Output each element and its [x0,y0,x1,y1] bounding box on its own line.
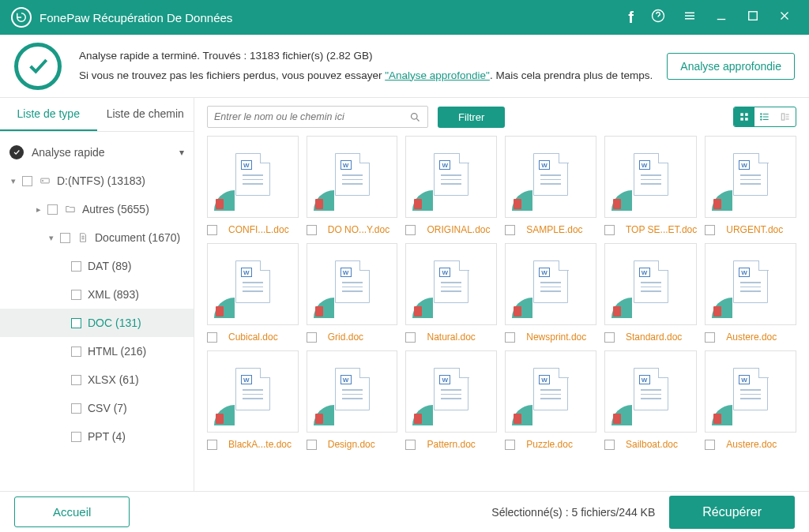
checkbox[interactable] [22,176,32,186]
file-cell[interactable]: WNewsprint.doc [505,243,596,343]
checkbox[interactable] [705,225,715,235]
checkbox[interactable] [405,332,416,343]
tree-dat[interactable]: DAT (89) [0,252,194,280]
filter-button[interactable]: Filtrer [438,107,505,128]
file-cell[interactable]: WPattern.doc [405,350,497,450]
scan-summary: Analyse rapide a terminé. Trouvés : 1318… [79,47,653,66]
tab-type-list[interactable]: Liste de type [0,98,97,131]
checkbox[interactable] [604,225,615,235]
file-name: Pattern.doc [427,439,475,450]
checkbox[interactable] [71,261,81,272]
checkbox[interactable] [207,332,217,343]
app-logo-icon [11,7,32,28]
file-name: Grid.doc [328,332,363,343]
checkbox[interactable] [307,225,317,235]
tree-doc[interactable]: DOC (131) [0,309,194,337]
tree-html[interactable]: HTML (216) [0,337,194,365]
tree-xml[interactable]: XML (893) [0,280,194,309]
help-icon[interactable] [651,9,665,27]
file-name: BlackA...te.doc [228,439,292,450]
checkbox[interactable] [604,440,615,450]
tree-quick-scan[interactable]: Analyse rapide ▾ [0,138,194,167]
list-view-icon[interactable] [754,107,775,126]
complete-check-icon [14,43,62,90]
file-cell[interactable]: WSailboat.doc [604,350,697,450]
home-button[interactable]: Accueil [14,496,130,527]
checkbox[interactable] [71,375,81,385]
search-input[interactable] [214,111,409,122]
checkbox[interactable] [604,332,615,343]
checkbox[interactable] [71,347,81,357]
view-toggle [733,107,796,127]
recover-button[interactable]: Récupérer [669,496,795,529]
file-cell[interactable]: WORIGINAL.doc [405,136,497,235]
svg-rect-1 [749,11,758,20]
checkbox[interactable] [705,332,715,343]
checkbox[interactable] [71,403,81,414]
tree-ppt[interactable]: PPT (4) [0,422,194,451]
chevron-down-icon: ▾ [9,176,17,186]
grid-view-icon[interactable] [734,107,754,126]
svg-rect-7 [740,118,743,121]
checkbox[interactable] [405,225,416,235]
tab-path-list[interactable]: Liste de chemin [97,98,194,131]
file-cell[interactable]: WTOP SE...ET.doc [604,136,697,235]
file-cell[interactable]: WPuzzle.doc [505,350,596,450]
chevron-right-icon: ▸ [35,204,43,215]
file-cell[interactable]: WNatural.doc [405,243,497,343]
file-name: SAMPLE.doc [526,224,582,235]
file-cell[interactable]: WURGENT.doc [705,136,796,235]
file-cell[interactable]: WDO NO...Y.doc [307,136,398,235]
facebook-icon[interactable]: f [628,9,634,27]
file-cell[interactable]: WCONFI...L.doc [207,136,299,235]
selection-info: Sélectionné(s) : 5 fichiers/244 KB [491,506,655,519]
minimize-icon[interactable] [714,9,728,27]
footer: Accueil Sélectionné(s) : 5 fichiers/244 … [0,491,809,532]
tree-autres[interactable]: ▸Autres (5655) [0,195,194,223]
tree-xlsx[interactable]: XLSX (61) [0,365,194,394]
checkbox[interactable] [505,440,515,450]
file-name: URGENT.doc [726,224,783,235]
checkbox[interactable] [71,432,81,442]
svg-point-10 [761,116,762,117]
file-cell[interactable]: WSAMPLE.doc [505,136,596,235]
checkbox[interactable] [207,440,217,450]
tree-drive[interactable]: ▾D:(NTFS) (13183) [0,167,194,195]
svg-point-9 [761,114,762,114]
file-cell[interactable]: WStandard.doc [604,243,697,343]
deep-scan-link[interactable]: "Analyse approfondie" [385,69,490,81]
checkbox[interactable] [705,440,715,450]
checkbox[interactable] [47,204,58,215]
tree-document[interactable]: ▾Document (1670) [0,223,194,252]
search-box[interactable] [207,106,428,128]
detail-view-icon[interactable] [775,107,796,126]
app-title: FonePaw Récupération De Données [40,11,232,24]
close-icon[interactable] [777,9,792,27]
checkbox[interactable] [505,225,515,235]
main-panel: Filtrer WCONFI...L.docWDO NO...Y.docWORI… [194,98,809,491]
checkbox[interactable] [71,318,81,328]
file-name: Sailboat.doc [626,439,678,450]
checkbox[interactable] [207,225,217,235]
checkbox[interactable] [505,332,515,343]
menu-icon[interactable] [683,9,697,27]
file-cell[interactable]: WGrid.doc [307,243,398,343]
checkbox[interactable] [405,440,416,450]
file-cell[interactable]: WDesign.doc [307,350,398,450]
checkbox[interactable] [71,290,81,300]
checkbox[interactable] [307,440,317,450]
tree-csv[interactable]: CSV (7) [0,394,194,422]
checkbox[interactable] [307,332,317,343]
file-cell[interactable]: WBlackA...te.doc [207,350,299,450]
check-badge-icon [9,145,24,159]
chevron-down-icon: ▾ [47,233,55,243]
maximize-icon[interactable] [746,9,760,27]
document-icon [77,232,88,243]
file-cell[interactable]: WAustere.doc [705,350,796,450]
deep-scan-button[interactable]: Analyse approfondie [667,53,795,80]
file-cell[interactable]: WAustere.doc [705,243,796,343]
checkbox[interactable] [60,233,70,243]
file-cell[interactable]: WCubical.doc [207,243,299,343]
scan-hint: Si vous ne trouvez pas les fichiers perd… [79,66,653,85]
chevron-down-icon[interactable]: ▾ [179,147,184,158]
